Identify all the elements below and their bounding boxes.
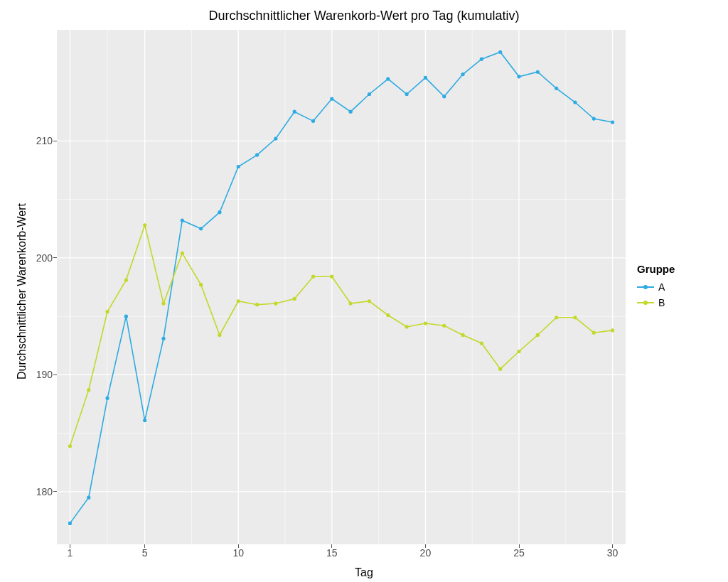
series-point-B xyxy=(105,310,109,313)
x-tick-label: 10 xyxy=(232,547,244,559)
y-tick-mark xyxy=(53,141,57,141)
series-point-A xyxy=(517,75,520,78)
legend-label: B xyxy=(658,297,665,308)
series-point-A xyxy=(143,419,146,422)
series-point-B xyxy=(573,316,577,319)
legend-title: Gruppe xyxy=(637,263,675,275)
legend-label: A xyxy=(658,281,665,293)
series-point-A xyxy=(405,92,409,96)
y-axis-label: Durchschnittlicher Warenkorb-Wert xyxy=(16,203,28,379)
y-tick-mark xyxy=(53,491,57,492)
series-point-B xyxy=(311,275,315,279)
series-point-B xyxy=(143,223,146,227)
series-point-B xyxy=(218,333,221,337)
series-point-B xyxy=(424,321,427,325)
series-point-A xyxy=(237,165,240,168)
series-point-B xyxy=(293,297,296,301)
legend: Gruppe AB xyxy=(637,263,675,311)
series-line-A xyxy=(70,52,612,523)
legend-swatch xyxy=(637,297,654,308)
series-point-A xyxy=(424,76,427,80)
series-point-A xyxy=(274,136,277,140)
series-point-B xyxy=(368,299,371,303)
series-point-B xyxy=(555,316,558,319)
series-point-A xyxy=(124,315,128,318)
y-tick-mark xyxy=(53,374,57,375)
y-tick-label: 190 xyxy=(10,369,53,380)
chart-container: Durchschnittlicher Warenkorb-Wert pro Ta… xyxy=(0,0,728,582)
series-point-A xyxy=(368,92,371,96)
series-point-A xyxy=(105,397,109,400)
series-point-A xyxy=(87,496,90,500)
series-point-B xyxy=(199,283,203,286)
series-point-B xyxy=(87,388,90,392)
y-tick-label: 180 xyxy=(10,486,53,497)
series-point-A xyxy=(573,100,577,104)
series-point-A xyxy=(592,117,596,120)
series-point-A xyxy=(181,219,184,222)
plot-svg xyxy=(57,30,626,544)
series-point-B xyxy=(124,279,128,282)
series-point-A xyxy=(555,87,558,90)
x-axis-label: Tag xyxy=(0,566,728,579)
series-point-A xyxy=(199,227,203,230)
plot-area xyxy=(57,30,626,544)
series-point-B xyxy=(498,367,502,371)
chart-title: Durchschnittlicher Warenkorb-Wert pro Ta… xyxy=(0,9,728,23)
series-point-A xyxy=(218,210,221,214)
series-point-A xyxy=(536,70,540,74)
series-point-B xyxy=(480,341,483,345)
series-point-B xyxy=(237,299,240,303)
x-tick-label: 20 xyxy=(420,547,432,559)
series-point-A xyxy=(349,110,353,114)
series-point-A xyxy=(161,337,165,340)
series-point-A xyxy=(480,58,483,61)
series-point-A xyxy=(611,120,614,124)
series-point-A xyxy=(68,522,72,525)
x-tick-label: 15 xyxy=(326,547,338,559)
series-point-A xyxy=(330,97,333,100)
series-point-A xyxy=(311,119,315,123)
series-point-A xyxy=(386,77,390,81)
series-point-B xyxy=(405,325,409,328)
y-tick-label: 210 xyxy=(10,135,53,146)
series-point-B xyxy=(181,252,184,255)
x-tick-label: 25 xyxy=(513,547,525,559)
series-point-B xyxy=(386,313,390,317)
series-point-A xyxy=(461,72,464,76)
series-point-B xyxy=(161,301,165,305)
series-point-A xyxy=(442,95,446,98)
x-tick-label: 5 xyxy=(142,547,148,559)
series-point-B xyxy=(274,301,277,305)
series-point-B xyxy=(461,333,464,337)
series-point-B xyxy=(442,324,446,328)
y-tick-mark xyxy=(53,257,57,258)
y-tick-label: 200 xyxy=(10,252,53,264)
x-tick-label: 1 xyxy=(68,547,73,559)
series-point-B xyxy=(611,328,614,332)
legend-item-B: B xyxy=(637,295,675,311)
series-point-A xyxy=(255,153,259,156)
series-point-A xyxy=(498,50,502,54)
series-point-A xyxy=(293,110,296,114)
series-point-B xyxy=(255,303,259,306)
series-point-B xyxy=(517,350,520,353)
series-point-B xyxy=(330,275,333,279)
series-point-B xyxy=(349,301,353,305)
legend-swatch xyxy=(637,281,654,293)
series-point-B xyxy=(536,333,540,337)
legend-item-A: A xyxy=(637,279,675,295)
x-tick-label: 30 xyxy=(607,547,619,559)
series-point-B xyxy=(592,331,596,335)
series-point-B xyxy=(68,444,72,448)
